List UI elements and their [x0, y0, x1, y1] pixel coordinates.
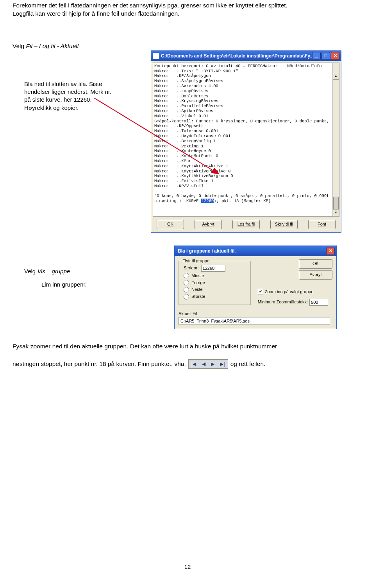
- maximize-button[interactable]: □: [321, 52, 330, 60]
- callout-1: Bla ned til slutten av fila. Siste hende…: [24, 80, 141, 112]
- close-button[interactable]: ✕: [331, 52, 339, 60]
- log-window-titlebar[interactable]: C:\Documents and Settings\elr\Lokale inn…: [151, 51, 341, 61]
- callout1-l2: hendelser ligger nederst. Merk nr.: [24, 88, 141, 96]
- intro-line2: Loggfila kan være til hjelp for å finne …: [12, 10, 362, 18]
- radio-neste-label: Neste: [191, 287, 203, 292]
- scroll-thumb[interactable]: [333, 197, 339, 209]
- log-textarea[interactable]: Knutepunkt beregnet: 0 av totalt 40 - FE…: [153, 63, 339, 217]
- step1-prefix: Velg: [12, 43, 26, 49]
- zoom-checkbox[interactable]: ✔: [258, 289, 263, 294]
- group-dialog: Bla i gruppene i aktuell fil. ✕ Flytt ti…: [174, 246, 337, 330]
- group-legend: Flytt til gruppe: [181, 258, 211, 264]
- callout1-l1: Bla ned til slutten av fila. Siste: [24, 80, 141, 88]
- radio-forrige-label: Forrige: [191, 280, 205, 286]
- radio-minste-label: Minste: [191, 273, 204, 279]
- log-window: C:\Documents and Settings\elr\Lokale inn…: [151, 50, 341, 233]
- after-line2a: nøstingen stoppet, her punkt nr. 18 på k…: [12, 360, 186, 368]
- flytt-til-gruppe-group: Flytt til gruppe Serienr: 12260 Minste F…: [179, 261, 251, 305]
- aktuell-fil-label: Aktuell Fil:: [179, 311, 332, 317]
- after-line2b: og rett feilen.: [230, 360, 266, 368]
- ok-button[interactable]: OK: [157, 220, 184, 229]
- zoom-checkbox-label: Zoom inn på valgt gruppe: [265, 289, 314, 295]
- skriv-til-fil-button[interactable]: Skriv til fil: [270, 220, 298, 229]
- callout1-l3: på siste kurve, her 12260.: [24, 96, 141, 104]
- radio-neste[interactable]: [184, 287, 189, 292]
- radio-minste[interactable]: [184, 273, 189, 278]
- minimize-button[interactable]: _: [312, 52, 321, 60]
- dialog-avbryt-button[interactable]: Avbryt: [299, 270, 332, 280]
- after-line1: Fysak zoomer ned til den aktuelle gruppe…: [12, 342, 362, 351]
- scroll-up-icon[interactable]: ▲: [333, 73, 339, 80]
- radio-storste[interactable]: [184, 294, 189, 299]
- step2-sub: Lim inn gruppenr.: [41, 281, 126, 289]
- step2-menu: Vis – gruppe: [37, 268, 70, 274]
- window-app-icon: [153, 53, 159, 59]
- log-line: Knutepunkt beregnet: 0 av totalt 40 - FE…: [154, 64, 321, 68]
- callout1-l4: Høyreklikk og kopier.: [24, 104, 141, 112]
- nav-prev-icon: ◀: [202, 361, 205, 367]
- intro-line1: Forekommer det feil i flatedanningen er …: [12, 2, 362, 10]
- minzoom-input[interactable]: 500: [309, 299, 328, 306]
- serienr-label: Serienr:: [184, 265, 199, 271]
- log-selected-number[interactable]: 12260: [201, 199, 214, 203]
- font-button[interactable]: Font: [308, 220, 336, 229]
- step1-menu: Fil – Log fil - Aktuell: [26, 43, 79, 49]
- log-sel-post: :, pkt. 18 (Mangler KP): [214, 199, 271, 203]
- log-lines: Makro: ..Tekst "..BYTT-KP 900 1" Makro: …: [154, 69, 329, 199]
- dialog-ok-button[interactable]: OK: [299, 259, 332, 269]
- dialog-close-button[interactable]: ✕: [326, 247, 335, 255]
- dialog-title: Bla i gruppene i aktuell fil.: [176, 248, 326, 254]
- nav-next-icon: ▶: [211, 361, 214, 367]
- radio-forrige[interactable]: [184, 280, 189, 285]
- serienr-input[interactable]: 12260: [201, 265, 225, 272]
- page-number: 12: [0, 563, 375, 571]
- dialog-titlebar[interactable]: Bla i gruppene i aktuell fil. ✕: [175, 246, 336, 256]
- log-sel-pre: n-nøsting i .KURVE: [154, 199, 201, 203]
- radio-storste-label: Største: [191, 294, 205, 299]
- scroll-down-icon[interactable]: ▼: [333, 209, 339, 216]
- nav-last-icon: ▶|: [220, 361, 225, 367]
- log-window-title: C:\Documents and Settings\elr\Lokale inn…: [161, 53, 312, 59]
- avbryt-button[interactable]: Avbryt: [195, 220, 222, 229]
- vertical-scrollbar[interactable]: ▲ ▼: [332, 63, 339, 216]
- aktuell-fil-path[interactable]: C:\AR5_Trinn3_Fysak\AR5\AR5.sos: [179, 317, 330, 325]
- minzoom-label: Minimum Zoommålestokk:: [258, 299, 308, 305]
- step2-block: Velg Vis – gruppe Lim inn gruppenr.: [24, 267, 126, 289]
- nav-first-icon: |◀: [191, 361, 196, 367]
- nav-buttons-image: |◀ ◀ ▶ ▶|: [188, 359, 228, 369]
- step2-prefix: Velg: [24, 268, 37, 274]
- les-fra-fil-button[interactable]: Les fra fil: [232, 220, 260, 229]
